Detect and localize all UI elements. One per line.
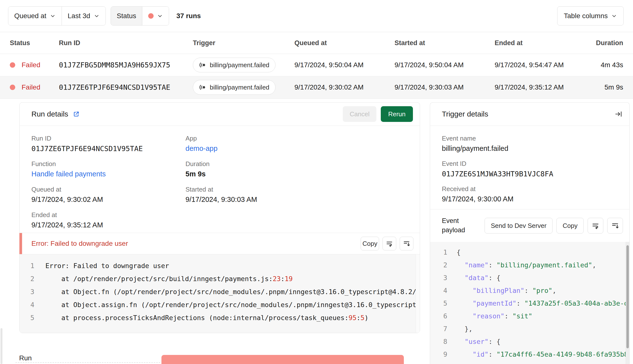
event-payload-code-block[interactable]: 1{2 "name": "billing/payment.failed",3 "… (430, 242, 629, 364)
code-line: 1{ (430, 246, 629, 258)
run-id-label: Run ID (32, 135, 186, 142)
event-id-label: Event ID (442, 160, 618, 168)
duration-label: Duration (186, 160, 408, 168)
table-row[interactable]: Failed 01J7ZFBG5DMM85MJA9H659JX75 billin… (0, 54, 633, 76)
line-number: 1 (430, 248, 447, 256)
code-line: 3 "data": { (430, 271, 629, 284)
event-icon (199, 84, 206, 91)
run-id-value: 01J7ZE6TPJF6E94NCSD1V95TAE (32, 144, 186, 153)
timeline-left-gutter (0, 328, 2, 364)
event-name-value: billing/payment.failed (442, 144, 618, 152)
app-label: App (186, 135, 408, 142)
started-at-label: Started at (186, 186, 408, 193)
ended-at-value: 9/17/2024, 9:35:12 AM (32, 221, 186, 229)
text-wrap-button[interactable] (588, 218, 603, 234)
column-header-ended-at: Ended at (494, 39, 588, 47)
event-payload-header: Event payload Send to Dev Server Copy (430, 209, 629, 242)
table-columns-button[interactable]: Table columns (557, 6, 624, 26)
code-line: 5 "paymentId": "1437a25f-05a3-404a-ab3e-… (430, 297, 629, 310)
line-number: 1 (20, 262, 34, 270)
external-link-icon[interactable] (72, 110, 80, 118)
run-details-panel: Run details Cancel Rerun Run ID 01J7ZE6T… (20, 102, 420, 333)
line-number: 6 (430, 312, 447, 320)
ended-at-value: 9/17/2024, 9:54:47 AM (494, 61, 588, 69)
code-scrollbar-track[interactable] (416, 254, 420, 333)
trigger-event-pill[interactable]: billing/payment.failed (193, 80, 276, 95)
started-at-value: 9/17/2024, 9:50:04 AM (394, 61, 494, 69)
code-line: 2 at /opt/render/project/src/build/innge… (20, 272, 420, 285)
date-filter-group: Queued at Last 3d (8, 6, 106, 26)
scroll-bottom-icon (403, 240, 410, 247)
cancel-button[interactable]: Cancel (343, 106, 376, 122)
line-number: 4 (20, 301, 34, 308)
text-wrap-icon (386, 240, 393, 247)
timeline-run-bar[interactable] (162, 355, 404, 364)
text-wrap-button[interactable] (382, 237, 396, 250)
stack-trace-code-block[interactable]: 1Error: Failed to downgrade user2 at /op… (20, 254, 420, 333)
line-number: 2 (430, 261, 447, 269)
queued-at-filter-label: Queued at (14, 12, 46, 20)
line-number: 3 (430, 274, 447, 282)
scroll-to-bottom-button[interactable] (607, 218, 623, 234)
column-header-status: Status (10, 39, 59, 47)
error-accent-bar (20, 233, 22, 254)
line-number: 10 (430, 363, 447, 364)
copy-payload-button[interactable]: Copy (556, 218, 584, 234)
line-number: 2 (20, 275, 34, 282)
status-filter-dropdown[interactable] (142, 6, 169, 25)
function-link[interactable]: Handle failed payments (32, 170, 186, 178)
app-link[interactable]: demo-app (186, 144, 408, 152)
chevron-down-icon (94, 13, 100, 19)
started-at-value: 9/17/2024, 9:30:03 AM (186, 196, 408, 204)
event-name-label: Event name (442, 135, 618, 142)
queued-at-value: 9/17/2024, 9:30:02 AM (32, 196, 186, 204)
status-filter-label: Status (117, 12, 136, 20)
code-line: 5 at process.processTicksAndRejections (… (20, 311, 420, 324)
failed-status-dot (148, 13, 154, 19)
run-id-value: 01J7ZFBG5DMM85MJA9H659JX75 (59, 61, 193, 69)
payload-scrollbar-thumb[interactable] (626, 245, 629, 348)
text-wrap-icon (592, 222, 600, 230)
scroll-to-bottom-button[interactable] (400, 237, 414, 250)
chevron-down-icon (50, 13, 56, 19)
chevron-down-icon (157, 13, 163, 19)
trigger-details-title: Trigger details (442, 110, 488, 118)
code-line: 7 }, (430, 322, 629, 335)
column-header-started-at: Started at (394, 39, 494, 47)
duration-value: 5m 9s (588, 84, 633, 91)
queued-at-filter-dropdown[interactable]: Queued at (8, 6, 62, 25)
ended-at-value: 9/17/2024, 9:35:12 AM (494, 84, 588, 91)
trigger-event-name: billing/payment.failed (210, 84, 270, 91)
trigger-details-body: Event name billing/payment.failed Event … (430, 126, 629, 209)
rerun-button[interactable]: Rerun (381, 106, 413, 122)
code-line: 9 "id": "17ca4ff6-45ea-4149-9b48-6fa935b… (430, 348, 629, 360)
status-badge: Failed (22, 61, 40, 69)
send-to-dev-server-button[interactable]: Send to Dev Server (484, 218, 552, 234)
run-details-body: Run ID 01J7ZE6TPJF6E94NCSD1V95TAE App de… (20, 126, 420, 233)
table-row-selected[interactable]: Failed 01J7ZE6TPJF6E94NCSD1V95TAE billin… (0, 76, 633, 98)
code-line: 10 } (430, 360, 629, 364)
run-details-header: Run details Cancel Rerun (20, 102, 420, 126)
time-range-label: Last 3d (68, 12, 90, 20)
failed-status-dot (10, 84, 15, 90)
duration-value: 4m 43s (588, 61, 633, 69)
column-header-trigger: Trigger (193, 39, 294, 47)
code-line: 1Error: Failed to downgrade user (20, 259, 420, 272)
runs-count: 37 runs (176, 12, 201, 20)
code-line: 4 at Object.assign.fn (/opt/render/proje… (20, 298, 420, 311)
ended-at-label: Ended at (32, 211, 186, 219)
column-header-run-id: Run ID (59, 39, 193, 47)
run-id-value: 01J7ZE6TPJF6E94NCSD1V95TAE (59, 83, 193, 92)
collapse-panel-right-icon[interactable] (614, 110, 622, 118)
queued-at-value: 9/17/2024, 9:50:04 AM (294, 61, 394, 69)
code-line: 8 "user": { (430, 335, 629, 348)
copy-error-button[interactable]: Copy (361, 237, 379, 250)
trigger-event-pill[interactable]: billing/payment.failed (193, 58, 276, 72)
duration-value: 5m 9s (186, 170, 408, 178)
line-number: 8 (430, 338, 447, 345)
failed-status-dot (10, 62, 15, 68)
started-at-value: 9/17/2024, 9:30:03 AM (394, 84, 494, 91)
error-title: Error: Failed to downgrade user (32, 240, 128, 248)
queued-at-value: 9/17/2024, 9:30:02 AM (294, 84, 394, 91)
time-range-dropdown[interactable]: Last 3d (62, 6, 106, 25)
